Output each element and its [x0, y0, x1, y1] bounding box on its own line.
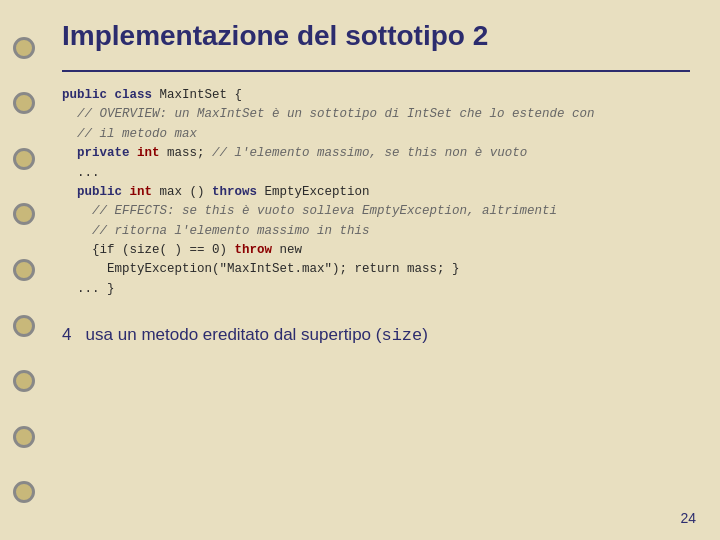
slide-content: Implementazione del sottotipo 2 public c…: [52, 0, 720, 540]
spiral-ring: [13, 92, 35, 114]
spiral-ring: [13, 259, 35, 281]
slide-title: Implementazione del sottotipo 2: [62, 20, 690, 52]
spiral-ring: [13, 370, 35, 392]
spiral-binding: [0, 0, 48, 540]
spiral-ring: [13, 148, 35, 170]
code-block: public class MaxIntSet { // OVERVIEW: un…: [62, 86, 690, 299]
spiral-ring: [13, 203, 35, 225]
spiral-ring: [13, 481, 35, 503]
spiral-ring: [13, 426, 35, 448]
bottom-note: 4 usa un metodo ereditato dal supertipo …: [62, 325, 690, 345]
title-divider: [62, 70, 690, 72]
bottom-note-text: 4 usa un metodo ereditato dal supertipo …: [62, 325, 428, 344]
spiral-ring: [13, 315, 35, 337]
page-number: 24: [680, 510, 696, 526]
slide: Implementazione del sottotipo 2 public c…: [0, 0, 720, 540]
spiral-ring: [13, 37, 35, 59]
